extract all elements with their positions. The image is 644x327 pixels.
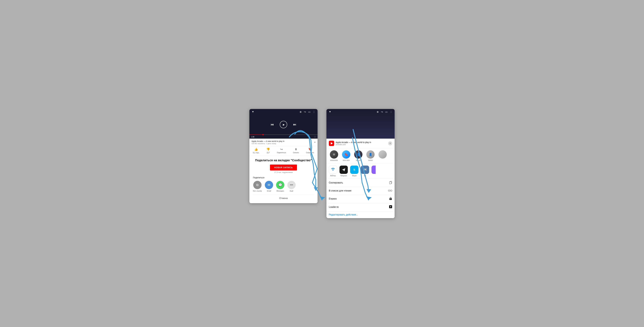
contact-item-2[interactable]: 🔖 XXX XXX [341, 150, 351, 161]
share-section-title: Поделиться [253, 176, 314, 179]
contact-name-3: XX XX [356, 159, 361, 161]
ios-collapse-icon[interactable]: ▼ [329, 110, 331, 113]
download-label: Скачать [293, 152, 299, 153]
vk-icon: VK [361, 166, 369, 174]
email-label: Email [267, 190, 271, 192]
contact-avatar-3: 👤 [354, 150, 362, 159]
skype-icon: S [350, 166, 358, 174]
ios-add-icon[interactable]: ⊕ [377, 110, 378, 113]
share-sheet-title: Apple Arcade — A new world to play in [336, 141, 386, 143]
enpass-menu-item[interactable]: Enpass [326, 195, 394, 203]
contact-name-1: XXXXXXX [330, 159, 338, 161]
more-icon[interactable]: ⋮ [313, 110, 315, 113]
ios-video-area: ▼ ⊕ ↪ ▭ ⋮ [326, 109, 394, 139]
contact-item-1[interactable]: ██ XXXXXXX [329, 150, 339, 161]
more-label: Ещё [290, 190, 293, 192]
messages-icon-circle: 💬 [276, 181, 284, 189]
ios-cast-icon[interactable]: ▭ [385, 110, 388, 113]
video-bottom: 1:08 ⛶ [250, 135, 318, 139]
vk-label: VK [364, 175, 366, 177]
loader-icon [389, 205, 392, 209]
skype-item[interactable]: S Skype [350, 166, 358, 177]
svg-point-10 [390, 199, 391, 199]
contact-avatar-5 [378, 150, 387, 159]
video-duration: 1:08 [251, 136, 254, 138]
copy-label: Коп. ссылку [253, 190, 262, 192]
copy-menu-icon [389, 181, 392, 185]
cast-icon[interactable]: ▭ [308, 110, 310, 113]
contacts-row: ██ XXXXXXX 🔖 XXX XXX 👤 XX XX [326, 148, 394, 163]
loader-label: Loader.to [329, 206, 339, 208]
video-info: Apple Arcade — A new world to play in 11… [250, 139, 318, 146]
more-icon-circle: ••• [287, 181, 296, 189]
copy-link-menu-item[interactable]: Скопировать [326, 179, 394, 187]
share-button[interactable]: ↪ Поделиться [277, 147, 286, 154]
share-sheet-url: youtube.com [336, 143, 386, 146]
svg-point-2 [332, 170, 334, 171]
copy-menu-label: Скопировать [329, 181, 343, 184]
share-panel-title: Поделиться на вкладке "Сообщество" [253, 158, 314, 162]
contact-name-2: XXX XXX [342, 159, 350, 161]
left-panel: ▼ ⊕ ↪ ▭ ⋮ ⏮ ▶ ⏭ 1:08 ⛶ [250, 109, 318, 203]
download-button[interactable]: ⬇ Скачать [293, 147, 299, 154]
telegram-item[interactable]: Telegram [340, 166, 348, 177]
prev-button[interactable]: ⏮ [270, 123, 274, 126]
next-button[interactable]: ⏭ [293, 123, 296, 126]
video-area: ▼ ⊕ ↪ ▭ ⋮ ⏮ ▶ ⏭ 1:08 ⛶ [250, 109, 318, 139]
airdrop-icon [329, 166, 337, 174]
dislike-button[interactable]: 👎 217 [266, 147, 270, 154]
like-count: 5,1 тыс. [253, 152, 259, 154]
purple-icon [372, 166, 376, 174]
chevron-down-icon[interactable]: ▾ [314, 141, 316, 144]
play-button[interactable]: ▶ [280, 121, 287, 128]
svg-rect-6 [390, 182, 391, 184]
airdrop-label: AirDrop [330, 175, 336, 177]
email-icon-circle: ✉ [265, 181, 273, 189]
contact-avatar-4: 👤 [366, 150, 374, 159]
edit-actions-label[interactable]: Редактировать действия... [329, 213, 358, 216]
email-button[interactable]: ✉ Email [265, 181, 273, 192]
contact-item-4[interactable]: 👤 XXXX [365, 150, 376, 161]
purple-item[interactable] [372, 166, 376, 177]
reading-list-label: В список для чтения [329, 189, 351, 192]
edit-actions[interactable]: Редактировать действия... [326, 211, 394, 218]
video-title: Apple Arcade — A new world to play in [252, 140, 284, 142]
vk-item[interactable]: VK VK [361, 166, 369, 177]
more-button[interactable]: ••• Ещё [287, 181, 296, 192]
contact-name-4: XXXX [368, 159, 372, 161]
messages-label: Messages [276, 190, 284, 192]
save-label: Сохранить [306, 152, 314, 153]
share-sheet-header: Apple Arcade — A new world to play in yo… [326, 139, 394, 148]
reading-list-icon [388, 189, 392, 193]
ios-share-icon[interactable]: ↪ [381, 110, 383, 113]
like-button[interactable]: 👍 5,1 тыс. [253, 147, 259, 154]
add-icon[interactable]: ⊕ [300, 110, 302, 113]
fullscreen-icon[interactable]: ⛶ [314, 136, 316, 138]
svg-marker-0 [320, 196, 325, 200]
loader-menu-item[interactable]: Loader.to [326, 203, 394, 211]
progress-bar[interactable] [250, 134, 318, 135]
save-button[interactable]: 🔖 Сохранить [306, 147, 314, 154]
app-icons-row: AirDrop Telegram S [326, 163, 394, 179]
video-controls: ⏮ ▶ ⏭ [250, 115, 318, 134]
ios-share-sheet: ▼ ⊕ ↪ ▭ ⋮ Apple Arcade — A new world to … [326, 109, 394, 218]
contact-avatar-1: ██ [330, 150, 338, 159]
reading-list-menu-item[interactable]: В список для чтения [326, 187, 394, 195]
share-icon[interactable]: ↪ [304, 110, 306, 113]
airdrop-item[interactable]: AirDrop [329, 166, 337, 177]
telegram-label: Telegram [340, 175, 347, 177]
copy-link-button[interactable]: ⧉ Коп. ссылку [253, 181, 262, 192]
dislike-count: 217 [266, 152, 270, 154]
cancel-button[interactable]: Отмена [253, 195, 314, 200]
new-post-button[interactable]: НОВАЯ ЗАПИСЬ [270, 165, 297, 170]
collapse-icon[interactable]: ▼ [252, 110, 254, 113]
messages-button[interactable]: 💬 Messages [276, 181, 284, 192]
copy-icon-circle: ⧉ [253, 181, 262, 189]
ios-more-icon[interactable]: ⋮ [390, 110, 392, 113]
close-button[interactable]: ✕ [388, 141, 392, 145]
share-sheet-content: Apple Arcade — A new world to play in yo… [326, 139, 394, 218]
contact-item-5[interactable] [378, 150, 388, 161]
telegram-icon [340, 166, 348, 174]
svg-point-7 [388, 190, 390, 191]
contact-item-3[interactable]: 👤 XX XX [353, 150, 364, 161]
